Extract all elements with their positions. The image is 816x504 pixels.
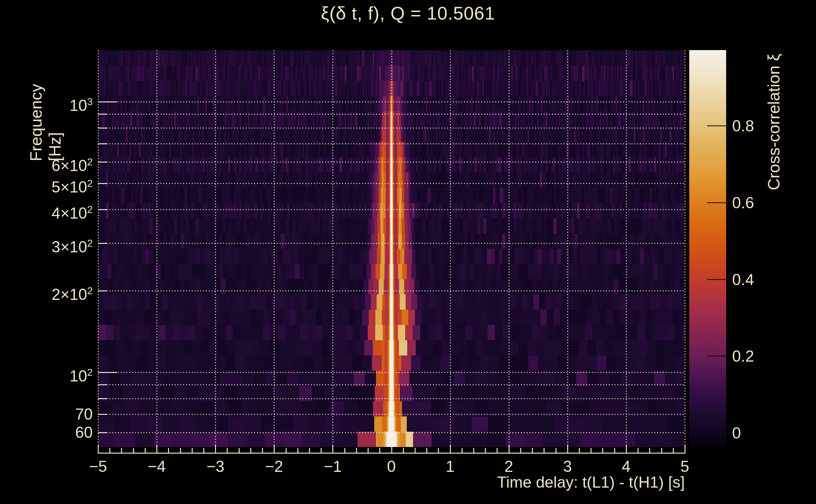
- v-gridline: [156, 50, 157, 454]
- y-tick: [98, 209, 107, 210]
- colorbar: [689, 50, 726, 452]
- y-tick-label: 5×102: [20, 175, 93, 196]
- y-tick-label: 2×102: [20, 282, 93, 303]
- x-tick-label: −3: [190, 457, 241, 476]
- x-tick-label: −2: [249, 457, 299, 476]
- plot-area: [98, 50, 685, 454]
- v-gridline: [215, 50, 216, 454]
- y-tick: [98, 384, 107, 385]
- v-gridline: [391, 50, 392, 454]
- y-tick-label: 60: [20, 424, 93, 441]
- v-gridline: [332, 50, 333, 454]
- x-tick: [274, 445, 275, 454]
- x-tick-label: −4: [131, 457, 182, 476]
- y-tick: [98, 101, 117, 102]
- x-axis-line: [98, 453, 685, 454]
- y-tick-exponent: 2: [87, 285, 93, 296]
- y-tick-label-text: 60: [75, 424, 93, 441]
- x-tick: [98, 445, 99, 454]
- y-tick-label-text: 3×10: [52, 238, 87, 256]
- x-tick: [332, 445, 333, 454]
- x-tick: [685, 445, 686, 454]
- y-tick: [98, 372, 117, 373]
- y-tick-exponent: 2: [87, 156, 93, 168]
- y-tick-label-text: 70: [75, 405, 93, 423]
- y-tick-label-text: 5×10: [52, 178, 87, 196]
- colorbar-tick-label: 0.8: [732, 117, 795, 135]
- y-axis-title: Frequency [Hz]: [26, 50, 64, 161]
- v-gridline: [450, 50, 451, 454]
- y-tick: [98, 290, 107, 291]
- y-tick: [98, 243, 107, 244]
- plot-title: ξ(δ t, f), Q = 10.5061: [0, 3, 816, 24]
- x-tick-label: −1: [308, 457, 358, 476]
- y-tick: [98, 143, 107, 144]
- y-tick: [98, 398, 107, 399]
- y-tick-label-text: 10: [70, 97, 87, 114]
- y-tick-exponent: 3: [87, 96, 93, 107]
- colorbar-tick: [707, 279, 726, 280]
- y-tick-exponent: 2: [87, 367, 93, 378]
- x-tick: [156, 445, 157, 454]
- v-gridline: [626, 50, 627, 454]
- x-tick: [508, 445, 509, 454]
- y-tick-label: 4×102: [20, 201, 93, 222]
- x-tick: [450, 445, 451, 454]
- colorbar-tick-label: 0: [732, 424, 795, 442]
- y-tick: [98, 414, 107, 415]
- y-tick-label: 3×102: [20, 234, 93, 256]
- y-tick-exponent: 2: [87, 204, 93, 215]
- colorbar-title: Cross-correlation ξ: [764, 50, 783, 190]
- y-tick-exponent: 2: [87, 238, 93, 249]
- colorbar-tick-label: 0.2: [732, 347, 795, 365]
- colorbar-tick: [707, 432, 726, 433]
- y-tick: [98, 128, 107, 129]
- v-gridline: [274, 50, 275, 454]
- colorbar-tick-label: 0.6: [732, 194, 795, 212]
- v-gridline: [98, 50, 99, 454]
- y-tick-label: 102: [20, 364, 93, 385]
- colorbar-tick-label: 0.4: [732, 271, 795, 289]
- y-tick-label: 70: [20, 405, 93, 423]
- figure-root: ξ(δ t, f), Q = 10.5061 1036×1025×1024×10…: [0, 0, 816, 504]
- y-tick: [98, 432, 107, 433]
- x-tick: [567, 445, 568, 454]
- y-tick: [98, 183, 107, 184]
- colorbar-tick: [707, 202, 726, 203]
- x-tick: [215, 445, 216, 454]
- colorbar-tick: [707, 125, 726, 126]
- v-gridline: [685, 50, 686, 454]
- v-gridline: [508, 50, 509, 454]
- y-tick: [98, 162, 107, 163]
- x-axis-title: Time delay: t(L1) - t(H1) [s]: [433, 473, 685, 491]
- colorbar-tick: [707, 356, 726, 357]
- x-tick-label: −5: [73, 457, 123, 476]
- v-gridline: [567, 50, 568, 454]
- y-tick-exponent: 2: [87, 178, 93, 189]
- y-tick-label-text: 10: [70, 367, 87, 385]
- y-tick-label-text: 4×10: [52, 204, 87, 222]
- y-tick: [98, 114, 107, 115]
- y-tick-label-text: 2×10: [52, 286, 87, 303]
- x-tick: [626, 445, 627, 454]
- x-tick-label: 0: [366, 457, 417, 476]
- x-tick: [391, 445, 392, 454]
